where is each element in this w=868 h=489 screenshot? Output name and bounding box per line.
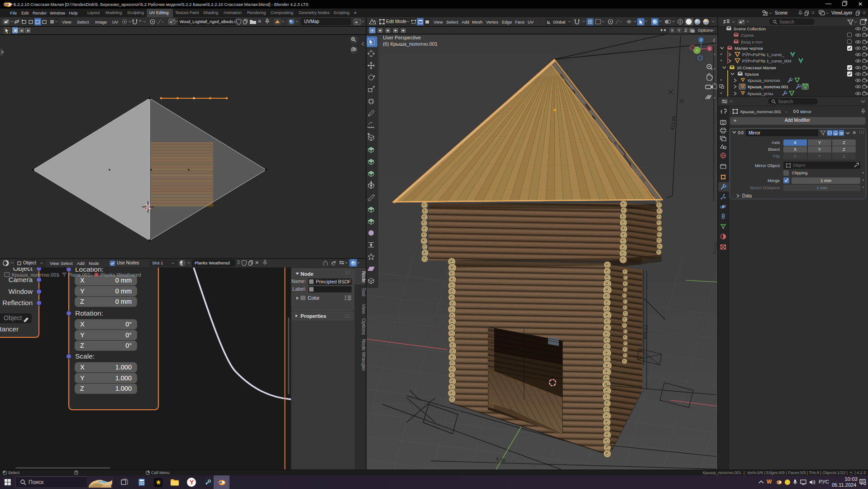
svg-text:Reflection: Reflection: [2, 299, 33, 307]
svg-text:Node: Node: [361, 271, 366, 283]
svg-text:stancer: stancer: [0, 325, 19, 333]
svg-text:1.000: 1.000: [115, 385, 132, 392]
svg-text:0°: 0°: [125, 342, 132, 349]
svg-text:0 mm: 0 mm: [115, 277, 132, 284]
svg-text:X: X: [80, 321, 85, 328]
svg-text:Plane.001: Plane.001: [68, 272, 91, 278]
svg-text:1.000: 1.000: [115, 374, 132, 382]
svg-text:X: X: [80, 364, 85, 371]
svg-text:Z: Z: [80, 298, 84, 305]
svg-text:(6) Крыша_полотно.001: (6) Крыша_полотно.001: [383, 41, 438, 47]
svg-text:Y: Y: [80, 374, 85, 382]
svg-text:Properties: Properties: [300, 313, 326, 319]
svg-text:0 mm: 0 mm: [115, 288, 132, 295]
svg-text:User Perspective: User Perspective: [383, 35, 421, 40]
svg-text:0 mm: 0 mm: [115, 298, 132, 305]
svg-text:Node Wrangler: Node Wrangler: [361, 339, 366, 371]
svg-text:View: View: [361, 304, 366, 314]
svg-text:Scale:: Scale:: [75, 352, 95, 360]
svg-text:X: X: [80, 277, 85, 284]
svg-text:0°: 0°: [125, 321, 132, 328]
svg-text:Label:: Label:: [292, 286, 306, 292]
svg-text:Крыша_полотно.001: Крыша_полотно.001: [12, 272, 59, 278]
svg-text:Color: Color: [308, 295, 320, 301]
svg-text:Options: Options: [361, 318, 366, 335]
svg-text:X: X: [708, 47, 711, 51]
svg-text:Y: Y: [696, 48, 698, 53]
svg-text:Object: Object: [13, 268, 33, 272]
svg-text:Rotation:: Rotation:: [75, 309, 103, 317]
svg-text:Window: Window: [9, 288, 33, 295]
svg-text:›: ›: [58, 272, 60, 278]
svg-text:1.000: 1.000: [115, 364, 132, 371]
svg-text:Object: Object: [4, 314, 22, 321]
svg-text:Node: Node: [300, 271, 314, 277]
svg-text:Z: Z: [700, 38, 702, 42]
svg-text:Name:: Name:: [291, 278, 306, 284]
svg-text:Tool: Tool: [361, 288, 366, 296]
svg-text:Y: Y: [80, 331, 85, 339]
svg-text:Y: Y: [80, 288, 85, 295]
svg-text:Principled BSDF: Principled BSDF: [316, 279, 351, 284]
svg-text:0°: 0°: [125, 331, 132, 339]
svg-text:1: 1: [864, 482, 865, 485]
svg-text:Z: Z: [80, 385, 84, 392]
svg-text:Z: Z: [80, 342, 84, 349]
svg-text:›: ›: [91, 272, 92, 278]
svg-text:Planks Weathered: Planks Weathered: [100, 272, 141, 278]
